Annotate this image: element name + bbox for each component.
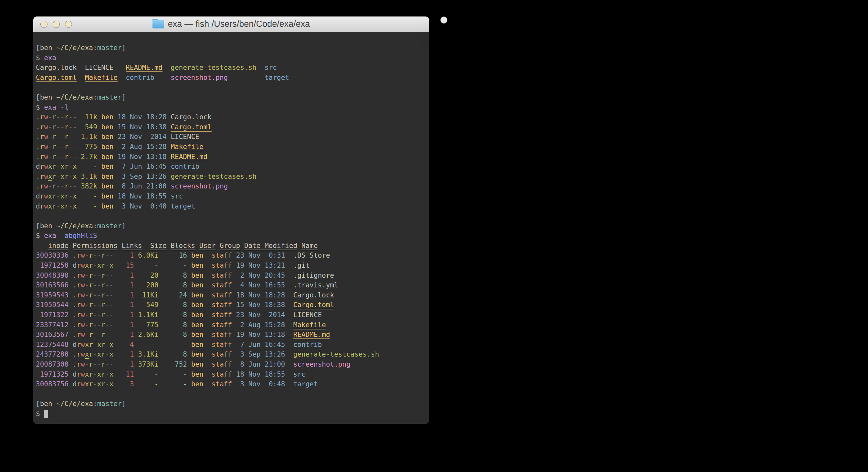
text-segment [68,371,73,378]
permission-char: - [97,331,101,338]
text-segment [77,202,81,210]
text-segment: contrib [126,74,154,82]
permission-char: . [73,301,77,309]
permission-char: d [36,193,40,200]
text-segment: 19 Nov 13:21 [236,262,285,269]
permission-char: - [105,291,110,299]
terminal-line: $ exa -abghHliS [36,231,426,241]
text-segment: Cargo.toml [36,74,76,82]
text-segment: .gitignore [293,271,334,279]
permission-char: w [81,341,85,349]
permission-char: x [97,350,101,358]
permission-char: x [60,163,65,170]
text-segment: exa [44,104,56,111]
permission-char: r [52,133,57,141]
titlebar[interactable]: exa — fish /Users/ben/Code/exa/exa [33,17,429,32]
text-segment [207,262,212,269]
permission-char: - [85,331,89,338]
text-segment: ~/C/e/exa [56,44,93,52]
permission-char: r [76,360,81,368]
text-segment: 3.1k [81,173,97,180]
text-segment [232,350,236,358]
permission-char: r [40,123,44,131]
minimize-button[interactable] [53,21,60,28]
permission-char: - [110,281,114,289]
permission-char: r [89,262,93,269]
permission-char: r [40,153,44,161]
text-segment: 3.1Ki [138,350,158,358]
permission-char: - [48,182,52,190]
text-segment: 11Ki [138,291,158,299]
permission-char: - [85,281,89,289]
text-segment: ben [101,193,114,200]
permission-char: - [93,371,97,378]
text-segment: staff [212,291,232,299]
text-segment: 2.6Ki [138,331,158,338]
terminal-line: [ben ~/C/e/exa:master] [36,399,426,409]
text-segment [232,281,236,289]
text-segment: 775 [138,321,158,329]
text-segment: 382k [81,182,97,190]
text-segment [232,262,236,269]
permission-char: . [73,281,77,289]
text-segment [114,123,118,131]
permission-char: - [60,133,65,141]
text-segment [77,143,81,151]
permission-char: - [73,113,77,121]
text-segment: 18 Nov 18:28 [118,113,167,121]
permission-char: - [85,291,89,299]
text-segment: ben [191,262,208,269]
permission-char: - [105,271,110,279]
permission-char: r [65,193,69,200]
permission-char: x [85,341,89,349]
terminal-line: $ exa -l [36,102,426,113]
text-segment: 200 [138,281,158,289]
text-segment [187,350,191,358]
text-segment: 8 [162,331,187,338]
text-segment [232,271,236,279]
titlebar[interactable]: exa — fish /Users/ben/Code/exa/exa [441,17,447,24]
permission-char: - [110,311,114,319]
text-segment [285,311,293,319]
text-segment: Name [301,242,318,249]
text-segment [232,341,236,349]
permission-char: r [40,113,44,121]
permission-char: - [93,291,97,299]
text-segment [285,301,293,309]
text-segment: ] [122,93,126,101]
text-segment [167,193,171,200]
terminal-content[interactable]: [ben ~/C/e/exa:master]$ exaCargo.lock LI… [33,32,429,424]
text-segment [68,350,73,358]
window-title: exa — fish /Users/ben/Code/exa/exa [33,19,429,29]
text-segment: staff [212,350,232,358]
permission-char: x [73,173,77,180]
permission-char: r [52,123,57,131]
terminal-line: 20087308 .rw-r--r-- 1 373Ki 752 ben staf… [36,359,426,370]
text-segment [97,173,101,180]
permission-char: x [85,262,89,269]
permission-char: - [56,143,60,151]
permission-char: - [60,123,65,131]
permission-char: w [44,182,48,190]
permission-char: d [73,262,77,269]
permission-char: - [105,360,110,368]
text-segment: target [170,202,195,210]
permission-char: - [48,133,52,141]
text-segment: staff [212,252,232,259]
text-segment: master [97,44,122,52]
permission-char: - [73,123,77,131]
text-segment [167,153,171,161]
text-segment [134,331,138,338]
text-segment: 18 Nov 18:55 [118,193,167,200]
text-segment: - [81,202,97,210]
permission-char: - [60,182,65,190]
text-segment: target [265,74,289,82]
permission-char: - [105,380,110,388]
text-segment [232,291,236,299]
text-segment: screenshot.png [170,74,228,82]
zoom-button[interactable] [65,21,72,28]
text-segment: [ben [36,222,56,230]
permission-char: w [44,113,48,121]
close-button[interactable] [40,21,48,28]
text-segment: 8 [162,301,187,309]
